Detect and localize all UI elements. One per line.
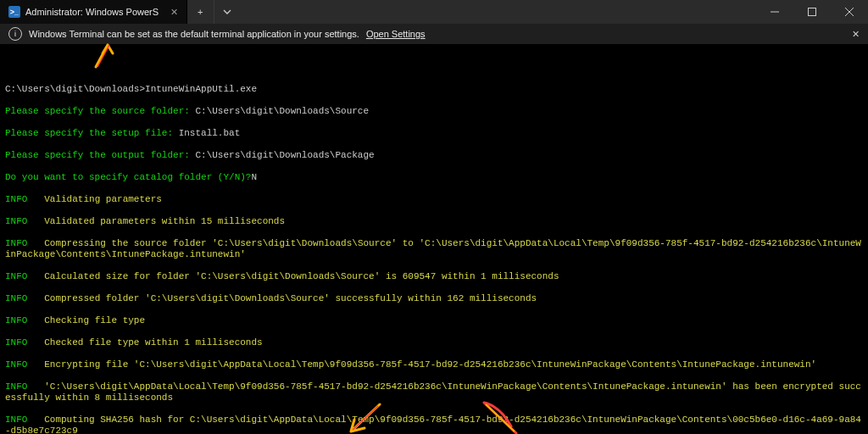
log-line: INFO Validating parameters <box>5 194 863 205</box>
log-line: INFO Checking file type <box>5 315 863 326</box>
terminal-output[interactable]: C:\Users\digit\Downloads>IntuneWinAppUti… <box>0 44 868 434</box>
window-close-button[interactable] <box>831 0 868 24</box>
input-source-folder: Please specify the source folder: C:\Use… <box>5 106 863 117</box>
notification-close-icon[interactable]: ✕ <box>852 29 860 40</box>
log-line: INFO Checked file type within 1 millisec… <box>5 337 863 348</box>
new-tab-button[interactable]: + <box>187 0 214 24</box>
input-output-folder: Please specify the output folder: C:\Use… <box>5 150 863 161</box>
svg-rect-1 <box>809 8 816 16</box>
maximize-button[interactable] <box>793 0 831 24</box>
notification-bar: i Windows Terminal can be set as the def… <box>0 24 868 44</box>
window-titlebar: >_ Administrator: Windows PowerS ✕ + <box>0 0 868 24</box>
log-line: INFO Validated parameters within 15 mill… <box>5 216 863 227</box>
log-line: INFO Compressed folder 'C:\Users\digit\D… <box>5 293 863 304</box>
minimize-button[interactable] <box>756 0 793 24</box>
open-settings-link[interactable]: Open Settings <box>366 29 426 40</box>
log-line: INFO 'C:\Users\digit\AppData\Local\Temp\… <box>5 381 863 403</box>
input-setup-file: Please specify the setup file: Install.b… <box>5 128 863 139</box>
powershell-icon: >_ <box>8 6 20 18</box>
tab-powershell[interactable]: >_ Administrator: Windows PowerS ✕ <box>0 0 187 24</box>
log-line: INFO Compressing the source folder 'C:\U… <box>5 238 863 260</box>
input-catalog: Do you want to specify catalog folder (Y… <box>5 172 863 183</box>
log-line: INFO Calculated size for folder 'C:\User… <box>5 271 863 282</box>
notification-text: Windows Terminal can be set as the defau… <box>29 29 359 40</box>
tab-title: Administrator: Windows PowerS <box>25 7 159 18</box>
tab-close-icon[interactable]: ✕ <box>170 7 178 18</box>
minimize-icon <box>771 8 779 16</box>
info-icon: i <box>8 27 22 41</box>
tab-dropdown-button[interactable] <box>214 0 240 24</box>
maximize-icon <box>808 8 816 16</box>
close-icon <box>845 8 854 16</box>
log-line: INFO Computing SHA256 hash for C:\Users\… <box>5 415 863 434</box>
log-line: INFO Encrypting file 'C:\Users\digit\App… <box>5 359 863 370</box>
chevron-down-icon <box>223 8 231 16</box>
prompt-line: C:\Users\digit\Downloads>IntuneWinAppUti… <box>5 84 863 95</box>
